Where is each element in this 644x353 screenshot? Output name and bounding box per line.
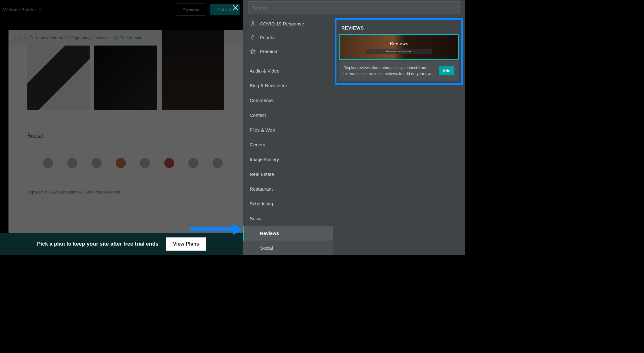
sub-social[interactable]: Social [243, 241, 333, 255]
category-commerce[interactable]: Commerce [243, 93, 333, 108]
chevron-down-icon [39, 8, 42, 11]
category-premium[interactable]: Premium [243, 44, 333, 58]
gallery-image [27, 46, 90, 110]
close-icon[interactable] [232, 4, 239, 11]
category-audio-video[interactable]: Audio & Video [243, 63, 333, 78]
linkedin-icon[interactable] [140, 158, 150, 168]
add-button[interactable]: Add [439, 66, 454, 75]
category-contact[interactable]: Contact [243, 108, 333, 122]
window-dots [13, 36, 26, 39]
section-preview-card[interactable]: Reviews Reviews coming soon! [339, 34, 459, 60]
free-domain-link[interactable]: Free domain [114, 35, 142, 40]
divider [243, 61, 333, 61]
detail-description: Display reviews that automatically conne… [343, 65, 436, 77]
preview-button[interactable]: Preview [176, 3, 206, 16]
gift-icon [114, 36, 118, 40]
site-title: Website Builder [3, 7, 36, 12]
sub-reviews[interactable]: Reviews [243, 226, 333, 241]
lock-icon [30, 35, 33, 40]
category-general[interactable]: General [243, 137, 333, 152]
detail-heading: REVIEWS [339, 22, 459, 34]
add-section-panel: COVID-19 Response Popular Premium Audio … [243, 0, 465, 255]
category-social[interactable]: Social [243, 211, 333, 226]
preview-footer: Copyright © 2022 Restaurant 123 - All Ri… [8, 174, 243, 198]
card-title: Reviews [390, 41, 408, 47]
divider [27, 147, 224, 147]
category-image-gallery[interactable]: Image Gallery [243, 152, 333, 167]
category-covid[interactable]: COVID-19 Response [243, 17, 333, 30]
highlight-box: REVIEWS Reviews Reviews coming soon! Dis… [335, 18, 463, 85]
star-icon [250, 48, 256, 54]
social-icons [27, 158, 224, 168]
flame-icon [250, 35, 256, 40]
discord-icon[interactable] [43, 158, 53, 168]
category-files-web[interactable]: Files & Web [243, 122, 333, 137]
top-header: Website Builder Preview Publish [0, 0, 243, 19]
svg-rect-0 [30, 37, 33, 39]
category-blog-newsletter[interactable]: Blog & Newsletter [243, 78, 333, 93]
detail-description-row: Display reviews that automatically conne… [339, 61, 459, 81]
view-plans-button[interactable]: View Plans [166, 237, 206, 251]
twitch-icon[interactable] [213, 158, 223, 168]
ribbon-icon [250, 21, 256, 26]
social-sublist: Reviews Social [243, 226, 333, 255]
social-heading: Social [27, 132, 224, 140]
detail-column: REVIEWS Reviews Reviews coming soon! Dis… [333, 17, 465, 255]
category-scheduling[interactable]: Scheduling [243, 196, 333, 211]
gallery-image [94, 46, 157, 110]
pinterest-icon[interactable] [164, 158, 174, 168]
category-real-estate[interactable]: Real Estate [243, 167, 333, 182]
facebook-icon[interactable] [67, 158, 77, 168]
search-input[interactable] [248, 1, 460, 14]
site-preview: https://restaurant123.godaddysites.com F… [8, 30, 243, 233]
category-restaurant[interactable]: Restaurant [243, 182, 333, 196]
annotation-arrow [190, 224, 242, 235]
instagram-icon[interactable] [116, 158, 126, 168]
houzz-icon[interactable] [92, 158, 102, 168]
preview-url: https://restaurant123.godaddysites.com [36, 35, 108, 40]
preview-body: Social Copyright © 2022 Restaurant 123 -… [8, 46, 243, 233]
category-column[interactable]: COVID-19 Response Popular Premium Audio … [243, 17, 333, 255]
trial-text: Pick a plan to keep your site after free… [37, 241, 158, 247]
trial-bar: Pick a plan to keep your site after free… [0, 233, 243, 255]
site-switcher[interactable]: Website Builder [3, 7, 42, 12]
gallery-image [162, 30, 224, 110]
category-popular[interactable]: Popular [243, 30, 333, 44]
card-subtitle: Reviews coming soon! [366, 49, 432, 54]
tiktok-icon[interactable] [188, 158, 198, 168]
